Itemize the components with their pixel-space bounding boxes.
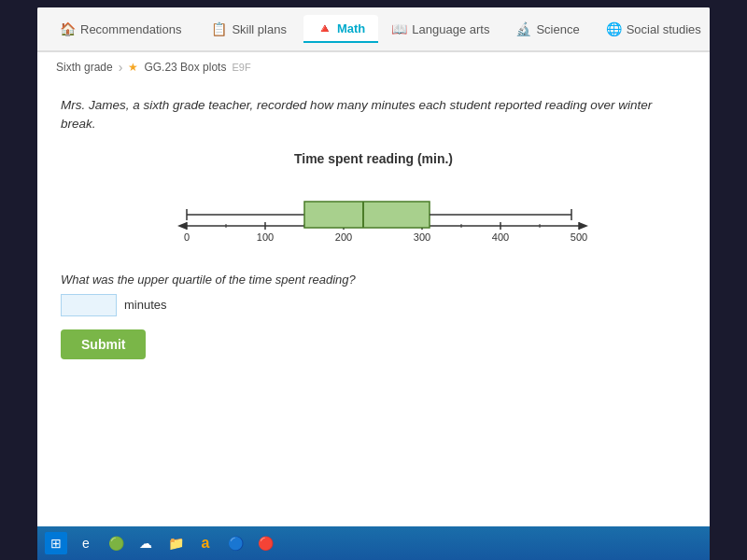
- svg-marker-2: [177, 222, 187, 230]
- breadcrumb-code[interactable]: GG.23 Box plots: [144, 61, 226, 74]
- svg-rect-22: [304, 202, 430, 228]
- svg-text:400: 400: [492, 231, 509, 243]
- boxplot-container: 0 100 200 300 400 500: [149, 177, 598, 256]
- edge-icon[interactable]: 🔵: [224, 532, 247, 554]
- svg-text:200: 200: [335, 231, 352, 243]
- svg-text:0: 0: [184, 231, 190, 243]
- cloud-icon[interactable]: ☁: [134, 532, 157, 554]
- tab-recommendations[interactable]: 🏠 Recommendations: [47, 16, 194, 42]
- answer-input[interactable]: [61, 294, 117, 316]
- svg-text:100: 100: [257, 231, 274, 243]
- breadcrumb-star-icon: ★: [128, 61, 138, 74]
- start-button[interactable]: ⊞: [45, 532, 67, 554]
- main-content: Mrs. James, a sixth grade teacher, recor…: [37, 82, 710, 526]
- skill-plans-icon: 📋: [211, 21, 227, 36]
- tab-science[interactable]: 🔬 Science: [502, 16, 592, 42]
- tab-math[interactable]: 🔺 Math: [303, 15, 378, 43]
- svg-text:500: 500: [571, 231, 587, 243]
- boxplot-svg: 0 100 200 300 400 500: [149, 177, 598, 252]
- nav-tabs: 🏠 Recommendations 📋 Skill plans 🔺 Math 📖…: [37, 7, 710, 52]
- answer-row: minutes: [61, 294, 686, 316]
- question-text: What was the upper quartile of the time …: [61, 273, 686, 287]
- submit-button[interactable]: Submit: [61, 329, 146, 359]
- tab-language-arts[interactable]: 📖 Language arts: [378, 16, 502, 42]
- amazon-icon[interactable]: a: [194, 532, 217, 554]
- recommendations-icon: 🏠: [60, 21, 76, 36]
- problem-text: Mrs. James, a sixth grade teacher, recor…: [61, 96, 686, 134]
- ie-icon[interactable]: e: [75, 532, 97, 554]
- screen-wrapper: 🏠 Recommendations 📋 Skill plans 🔺 Math 📖…: [0, 0, 747, 560]
- svg-marker-1: [579, 222, 588, 230]
- language-arts-icon: 📖: [391, 21, 407, 36]
- svg-text:300: 300: [414, 231, 430, 243]
- folder-icon[interactable]: 📁: [164, 532, 187, 554]
- social-studies-icon: 🌐: [606, 21, 622, 36]
- answer-unit-label: minutes: [124, 298, 167, 312]
- math-icon: 🔺: [317, 21, 332, 35]
- breadcrumb-sep: ›: [119, 60, 123, 75]
- tab-skill-plans[interactable]: 📋 Skill plans: [198, 16, 300, 42]
- green-icon[interactable]: 🟢: [105, 532, 127, 554]
- question-area: What was the upper quartile of the time …: [61, 273, 686, 359]
- breadcrumb: Sixth grade › ★ GG.23 Box plots E9F: [37, 52, 710, 82]
- tab-social-studies[interactable]: 🌐 Social studies: [593, 16, 710, 42]
- chart-title: Time spent reading (min.): [61, 151, 686, 166]
- chrome-icon[interactable]: 🔴: [254, 532, 276, 554]
- breadcrumb-grade[interactable]: Sixth grade: [56, 61, 113, 74]
- taskbar: ⊞ e 🟢 ☁ 📁 a 🔵 🔴: [37, 526, 710, 560]
- science-icon: 🔬: [515, 21, 531, 36]
- browser-content: 🏠 Recommendations 📋 Skill plans 🔺 Math 📖…: [37, 7, 710, 526]
- breadcrumb-tag: E9F: [232, 62, 250, 73]
